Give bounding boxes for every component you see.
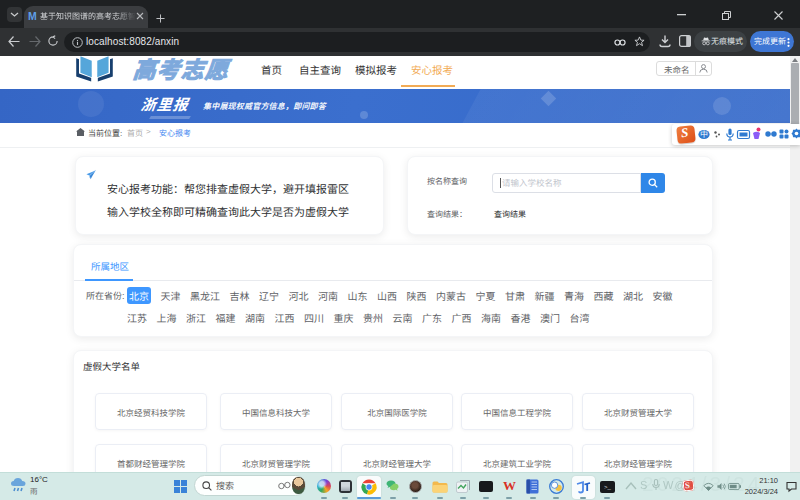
svg-text:中: 中 bbox=[700, 128, 708, 139]
